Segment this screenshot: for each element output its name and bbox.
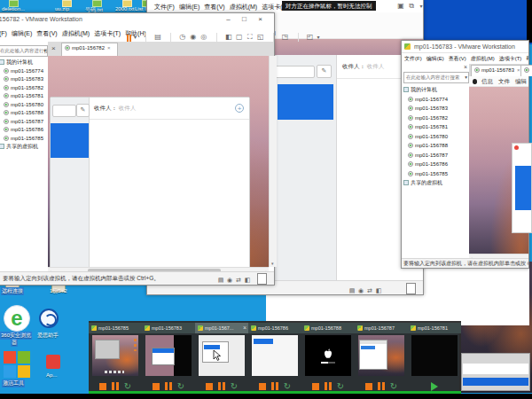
message-log-icon[interactable] [257, 273, 267, 285]
stop-vm-button[interactable] [259, 383, 266, 390]
messages-search-field[interactable] [271, 66, 315, 78]
vm-tree-item[interactable]: mp01-156788 [403, 141, 469, 151]
menu-item[interactable]: 信息 [481, 78, 493, 86]
app-icon[interactable] [46, 355, 60, 369]
menu-item[interactable]: 编辑 [515, 78, 527, 86]
thumbnail-preview-white-dialog2[interactable] [252, 335, 298, 376]
file-icon-label[interactable]: 1份5+2 [50, 287, 67, 295]
windows-logo-icon[interactable] [4, 351, 30, 378]
message-log-icon[interactable] [406, 283, 416, 294]
stop-vm-button[interactable] [153, 383, 160, 390]
thumbnail-close-icon[interactable]: × [243, 323, 246, 333]
browser-e-icon[interactable]: e [4, 305, 30, 332]
vm-tree-item[interactable]: mp01-156785 [0, 135, 48, 144]
printer-icon[interactable]: ▤ [348, 287, 356, 294]
fullscreen-icon[interactable]: ▣ [396, 2, 405, 11]
thumbnail-header[interactable]: mp01-156788 [301, 323, 355, 333]
thumbnail-header[interactable]: mp01-156781 [408, 323, 461, 333]
thumbnail-preview-white-dialog[interactable] [199, 335, 245, 376]
vm-thumbnail[interactable]: mp01-156781 [408, 321, 461, 391]
usb-icon[interactable]: ◧ [244, 277, 251, 284]
thumbnail-header[interactable]: mp01-156787 [355, 323, 408, 333]
title-bar[interactable]: mp01-156782 - VMware Workstation – □ × [0, 13, 274, 26]
vm-tab-partial[interactable] [520, 65, 532, 76]
vm-tree-item[interactable]: mp01-156785 [403, 169, 469, 179]
sound-icon[interactable]: ◉ [226, 277, 233, 284]
vm-tree-item[interactable]: mp01-156774 [403, 95, 469, 105]
menu-item[interactable]: 文件(F) [0, 29, 7, 38]
vm-tree-item[interactable]: mp01-156783 [403, 104, 469, 113]
menu-item[interactable]: 虚拟机(M) [471, 55, 495, 63]
vm-tab[interactable]: mp01-156783× [471, 65, 524, 76]
tab-close-icon[interactable]: × [107, 45, 111, 51]
vm-thumbnail[interactable]: mp01-156786↻ [248, 321, 301, 391]
network-icon[interactable]: ⇄ [235, 277, 242, 284]
selected-conversation[interactable] [51, 123, 89, 158]
menu-item[interactable]: 虚拟机(M) [62, 29, 90, 38]
messages-compose-window[interactable]: ✎ 收件人： 收件人 + [50, 97, 250, 269]
add-recipient-icon[interactable]: + [235, 104, 244, 113]
combo-arrow-icon[interactable]: ▾ [465, 73, 467, 82]
menu-item[interactable]: 虚拟机(M) [230, 3, 258, 12]
browser-icon-label2[interactable]: 器 [11, 339, 18, 347]
spiral-icon-label[interactable]: 爱思助手 [37, 332, 59, 340]
vm-tree-item[interactable]: mp01-156780 [403, 132, 469, 142]
selected-conversation[interactable] [278, 84, 333, 120]
tree-node-shared-vms[interactable]: 共享的虚拟机 [403, 178, 469, 188]
vm-tree-item[interactable]: mp01-156786 [403, 160, 469, 169]
app-icon-label[interactable]: Ap... [46, 372, 57, 378]
stop-vm-button[interactable] [206, 383, 213, 390]
vm-thumbnail[interactable]: mp01-156787↻ [355, 321, 408, 391]
traffic-light-close-icon[interactable] [514, 145, 519, 150]
thumbnail-preview-mac-black-dialog[interactable] [145, 335, 192, 376]
menu-item[interactable]: 查看(V) [36, 29, 57, 38]
vmware-window-right[interactable]: mp01-156783 - VMware Workstation 文件(F)编辑… [401, 40, 529, 269]
thumbnail-preview-black[interactable] [411, 335, 458, 376]
vm-tree-item[interactable]: mp01-156788 [0, 109, 48, 118]
vm-tree-item[interactable]: mp01-156786 [0, 126, 48, 135]
minimize-button[interactable]: – [222, 13, 235, 25]
desktop-file-icon-label[interactable]: uu.zip [55, 6, 69, 12]
vm-tree-item[interactable]: mp01-156787 [403, 151, 469, 160]
vertical-scrollbar[interactable]: ▾ [269, 56, 277, 267]
menu-item[interactable]: 文件(F) [154, 3, 175, 12]
menu-item[interactable]: 文件 [498, 78, 510, 86]
vm-tree-item[interactable]: mp01-156780 [0, 101, 48, 110]
vm-tree-item[interactable]: mp01-156774 [0, 67, 48, 76]
network-icon[interactable]: ⇄ [366, 287, 373, 294]
desktop-file-icon-label[interactable]: 2000.txt [115, 6, 134, 12]
sound-icon[interactable]: ◉ [357, 287, 364, 294]
restart-vm-button[interactable]: ↻ [124, 382, 131, 391]
vm-thumbnail[interactable]: mp01-156785↻ [89, 321, 142, 391]
vm-tab[interactable]: mp01-156782× [61, 43, 118, 57]
show-thumbnails-icon[interactable]: ▢ [235, 33, 244, 42]
vm-tree-item[interactable]: mp01-156782 [0, 84, 48, 93]
vm-thumbnail[interactable]: mp01-156788↻ [301, 321, 355, 391]
restart-vm-button[interactable]: ↻ [390, 382, 397, 391]
pause-vm-button[interactable] [218, 382, 225, 390]
menu-item[interactable]: 查看(V) [204, 3, 224, 12]
pause-vm-button[interactable] [378, 382, 385, 390]
pause-vm-button[interactable] [325, 382, 332, 390]
show-library-icon[interactable]: ◧ [224, 33, 233, 42]
play-vm-button[interactable] [431, 382, 438, 391]
stop-vm-button[interactable] [365, 383, 372, 390]
combo-arrow-icon[interactable]: ▾ [43, 46, 46, 56]
menu-item[interactable]: 选项卡(T) [94, 29, 121, 38]
vm-tree-item[interactable]: mp01-156781 [403, 122, 469, 132]
menu-item[interactable]: 查看(V) [449, 55, 466, 63]
menu-item[interactable]: 编辑(E) [426, 55, 444, 63]
snapshot-manager-icon[interactable]: ◎ [200, 33, 208, 42]
vm-thumbnail[interactable]: mp01-156783↻ [142, 321, 195, 391]
tab-area-close-icon[interactable]: × [51, 44, 56, 52]
stop-vm-button[interactable] [99, 383, 106, 390]
library-search-box[interactable]: 在此处输入内容进行搜索▾ [0, 45, 48, 57]
vm-tree-item[interactable]: mp01-156781 [0, 92, 48, 101]
menu-item[interactable]: 帮助(H) [526, 55, 528, 63]
revert-snapshot-icon[interactable]: ◉ [189, 33, 198, 42]
print-icon[interactable]: ▤ [153, 33, 162, 42]
restart-vm-button[interactable]: ↻ [231, 382, 238, 391]
title-bar[interactable]: mp01-156783 - VMware Workstation [402, 41, 528, 53]
console-view-icon[interactable]: ◳ [281, 33, 290, 42]
menu-item[interactable]: 编辑(E) [12, 29, 32, 38]
